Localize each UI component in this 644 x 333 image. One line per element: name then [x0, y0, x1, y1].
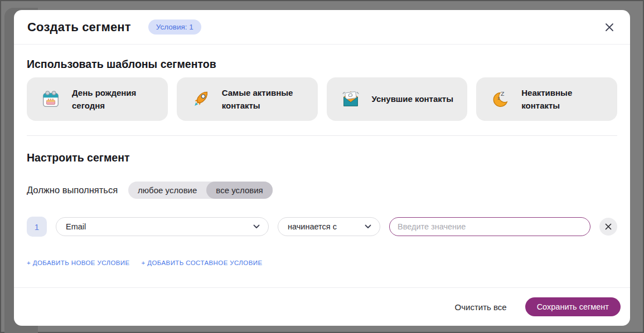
- remove-condition-button[interactable]: [599, 218, 617, 236]
- condition-operator-select[interactable]: начинается с: [278, 217, 380, 236]
- condition-row: 1 Email начинается с: [27, 217, 617, 237]
- condition-field-select[interactable]: Email: [56, 217, 269, 236]
- modal-footer: Очистить все Сохранить сегмент: [14, 287, 630, 326]
- chevron-down-icon: [253, 224, 260, 229]
- template-card-birthday[interactable]: День рождения сегодня: [27, 77, 168, 121]
- template-card-dormant[interactable]: Уснувшие контакты: [327, 77, 468, 121]
- page-title: Создать сегмент: [27, 20, 131, 35]
- svg-text:Z: Z: [501, 91, 505, 97]
- condition-index-badge: 1: [27, 217, 47, 237]
- template-card-label: Самые активные контакты: [222, 86, 313, 112]
- template-card-label: Уснувшие контакты: [372, 92, 453, 105]
- clear-all-button[interactable]: Очистить все: [455, 302, 507, 312]
- add-compound-condition-link[interactable]: + ДОБАВИТЬ СОСТАВНОЕ УСЛОВИЕ: [142, 259, 263, 266]
- condition-field-value: Email: [66, 222, 86, 231]
- match-toggle: любое условие все условия: [128, 182, 273, 199]
- condition-operator-value: начинается с: [288, 222, 337, 231]
- template-card-label: Неактивные контакты: [521, 86, 613, 112]
- template-card-most-active[interactable]: Самые активные контакты: [177, 77, 318, 121]
- match-option-any[interactable]: любое условие: [128, 182, 206, 199]
- configure-section-heading: Настроить сегмент: [27, 151, 617, 164]
- rocket-icon: [190, 89, 211, 110]
- svg-text:z: z: [498, 96, 500, 101]
- sleeping-envelope-icon: [340, 89, 361, 110]
- template-card-label: День рождения сегодня: [72, 86, 163, 112]
- match-row: Должно выполняться любое условие все усл…: [27, 182, 617, 199]
- templates-section-heading: Использовать шаблоны сегментов: [27, 58, 617, 71]
- match-option-all[interactable]: все условия: [206, 182, 272, 199]
- conditions-count-badge: Условия: 1: [148, 19, 201, 35]
- modal-header: Создать сегмент Условия: 1: [14, 10, 630, 45]
- template-card-inactive[interactable]: z Z Неактивные контакты: [476, 77, 617, 121]
- close-icon: [605, 223, 612, 230]
- chevron-down-icon: [365, 224, 371, 229]
- add-new-condition-link[interactable]: + ДОБАВИТЬ НОВОЕ УСЛОВИЕ: [27, 259, 130, 266]
- section-divider: [27, 135, 617, 136]
- close-button[interactable]: [602, 20, 617, 35]
- add-links-row: + ДОБАВИТЬ НОВОЕ УСЛОВИЕ + ДОБАВИТЬ СОСТ…: [27, 259, 617, 266]
- sleeping-moon-icon: z Z: [490, 89, 511, 110]
- birthday-calendar-icon: [40, 89, 61, 110]
- close-icon: [605, 23, 614, 32]
- create-segment-modal: Создать сегмент Условия: 1 Использовать …: [14, 10, 630, 326]
- condition-value-input[interactable]: [389, 217, 590, 236]
- save-segment-button[interactable]: Сохранить сегмент: [525, 297, 621, 316]
- template-cards-row: День рождения сегодня Самые активные кон…: [27, 77, 617, 121]
- match-label: Должно выполняться: [27, 185, 118, 195]
- modal-body: Использовать шаблоны сегментов День рожд…: [14, 45, 630, 287]
